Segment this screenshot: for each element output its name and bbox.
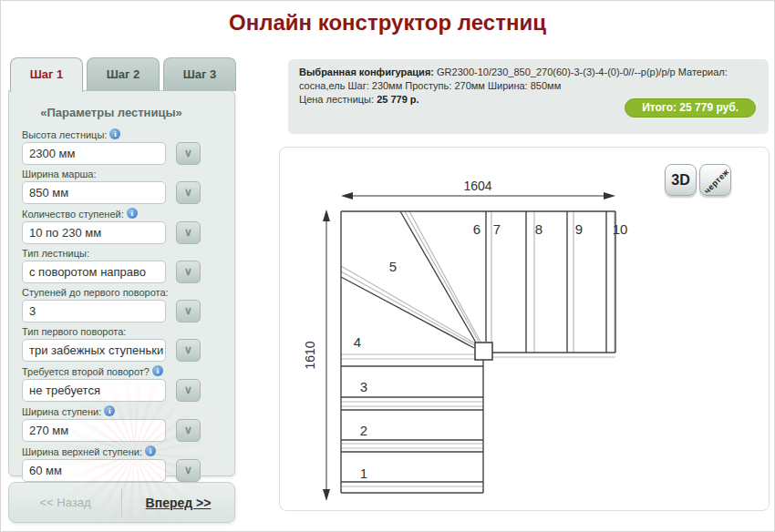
page-title: Онлайн конструктор лестниц	[1, 10, 774, 36]
select-dropdown-button[interactable]: ∨	[176, 379, 201, 402]
form-field: Высота лестницы:i 2300 мм ∨	[22, 128, 234, 165]
form-field: Требуется второй поворот?i не требуется …	[22, 365, 234, 402]
select-dropdown-button[interactable]: ∨	[176, 300, 201, 322]
select-dropdown-button[interactable]: ∨	[176, 419, 201, 442]
select-dropdown-button[interactable]: ∨	[176, 339, 201, 362]
step-label: 5	[389, 259, 397, 274]
info-icon[interactable]: i	[104, 405, 115, 416]
form-field: Ширина верхней ступени:i 60 мм ∨	[22, 445, 234, 482]
field-label: Ступеней до первого поворота:	[22, 287, 169, 298]
select-value[interactable]: три забежных ступеньки	[22, 339, 166, 362]
select-value[interactable]: 10 по 230 мм	[22, 221, 166, 244]
form-field: Ступеней до первого поворота: 3 ∨	[22, 287, 234, 322]
select-value[interactable]: 2300 мм	[22, 142, 166, 165]
stair-plan-svg: 1604 1610	[280, 148, 770, 512]
drawing-button[interactable]: чертеж	[699, 164, 731, 196]
form-field: Тип лестницы: с поворотом направо ∨	[22, 248, 234, 283]
form-field: Ширина ступени:i 270 мм ∨	[22, 405, 234, 442]
tab-step-2[interactable]: Шаг 2	[87, 57, 160, 91]
step-label: 3	[360, 379, 367, 394]
select-dropdown-button[interactable]: ∨	[176, 181, 201, 204]
form-field: Количество ступеней:i 10 по 230 мм ∨	[22, 208, 234, 244]
tab-step-3[interactable]: Шаг 3	[163, 57, 236, 91]
price-label: Цена лестницы:	[299, 94, 377, 105]
dimension-height-label: 1610	[303, 341, 317, 369]
step-tabs: Шаг 1 Шаг 2 Шаг 3	[10, 57, 236, 92]
wizard-nav: << Назад Вперед >>	[8, 482, 235, 523]
config-label: Выбранная конфигурация:	[299, 66, 434, 77]
select-value[interactable]: с поворотом направо	[22, 261, 166, 283]
form-field: Тип первого поворота: три забежных ступе…	[22, 326, 234, 362]
field-label: Высота лестницы:	[22, 129, 107, 140]
fields: Высота лестницы:i 2300 мм ∨ Ширина марша…	[22, 128, 234, 482]
config-summary-box: Выбранная конфигурация: GR2300-10/230_85…	[288, 59, 769, 134]
parameters-heading: «Параметры лестницы»	[22, 98, 201, 128]
dimension-arrows	[323, 192, 615, 501]
total-badge: Итого: 25 779 руб.	[625, 98, 756, 118]
newel-post	[475, 343, 492, 360]
info-icon[interactable]: i	[145, 445, 156, 456]
field-label: Ширина марша:	[22, 169, 97, 179]
step-label: 1	[360, 466, 367, 481]
parameters-panel: «Параметры лестницы» Высота лестницы:i 2…	[8, 90, 235, 476]
stair-constructor-page: Онлайн конструктор лестниц Шаг 1 Шаг 2 Ш…	[0, 0, 775, 532]
select-value[interactable]: 3	[22, 300, 166, 322]
field-label: Тип лестницы:	[22, 248, 89, 259]
step-label: 9	[575, 221, 583, 237]
step-label: 2	[360, 423, 367, 438]
select-dropdown-button[interactable]: ∨	[176, 459, 201, 482]
field-label: Тип первого поворота:	[22, 326, 126, 337]
step-label: 6	[473, 221, 480, 237]
step-label: 4	[354, 334, 361, 350]
form-field: Ширина марша: 850 мм ∨	[22, 169, 234, 204]
info-icon[interactable]: i	[127, 208, 138, 219]
field-label: Количество ступеней:	[22, 209, 124, 220]
select-value[interactable]: 270 мм	[22, 419, 166, 442]
forward-button[interactable]: Вперед >>	[122, 496, 234, 510]
field-label: Требуется второй поворот?	[22, 366, 150, 377]
back-button[interactable]: << Назад	[9, 496, 121, 509]
field-label: Ширина верхней ступени:	[22, 446, 142, 457]
field-label: Ширина ступени:	[22, 406, 101, 417]
step-label: 10	[613, 221, 628, 237]
select-dropdown-button[interactable]: ∨	[176, 142, 201, 165]
stair-diagram-panel: 1604 1610	[279, 147, 770, 511]
dimension-width-label: 1604	[463, 179, 491, 193]
step-label: 7	[493, 221, 501, 237]
info-icon[interactable]: i	[109, 128, 120, 139]
step-label: 8	[535, 221, 542, 237]
view-3d-button[interactable]: 3D	[665, 164, 697, 196]
tab-step-1[interactable]: Шаг 1	[10, 57, 83, 92]
select-value[interactable]: 60 мм	[22, 459, 166, 482]
drawing-button-label: чертеж	[699, 164, 731, 196]
select-value[interactable]: не требуется	[22, 379, 166, 402]
price-value: 25 779 р.	[377, 94, 418, 105]
select-dropdown-button[interactable]: ∨	[176, 261, 201, 283]
select-dropdown-button[interactable]: ∨	[176, 221, 201, 244]
info-icon[interactable]: i	[152, 365, 163, 376]
select-value[interactable]: 850 мм	[22, 181, 166, 204]
